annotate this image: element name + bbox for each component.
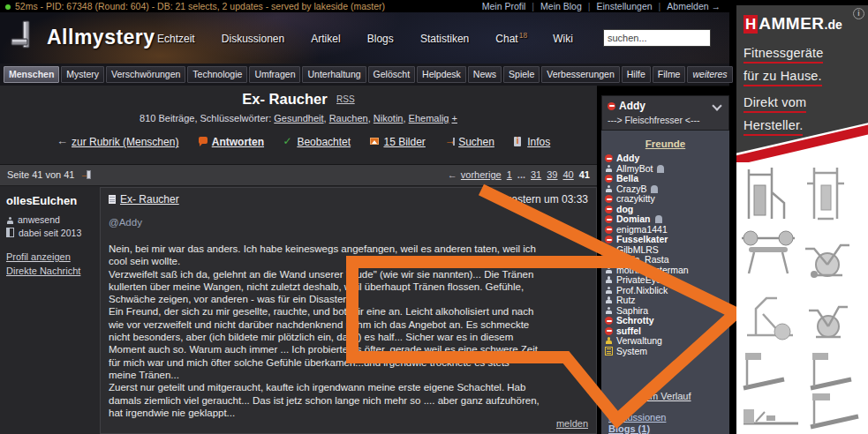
search-input[interactable] <box>603 29 711 47</box>
keyword-link[interactable]: Gesundheit <box>274 113 323 123</box>
category-tab[interactable]: Menschen <box>4 66 59 83</box>
header-nav-link[interactable]: Chat18 <box>495 31 527 45</box>
profile-links: DiskussionenBlogs (1)Entwürfe Beiträge (… <box>608 412 703 434</box>
add-keyword-link[interactable]: + <box>452 113 457 123</box>
action-icon <box>57 137 68 146</box>
friend-name-link[interactable]: suffel <box>616 326 641 336</box>
thread-action-link[interactable]: zur Rubrik (Menschen) <box>57 136 178 148</box>
friend-name-link[interactable]: Prof.Nixblick <box>616 285 668 296</box>
category-tab[interactable]: Filme <box>653 66 686 83</box>
friend-name-link[interactable]: crazykitty <box>616 193 655 204</box>
chat-ghost-icon <box>651 185 658 193</box>
header-nav-link[interactable]: Statistiken <box>420 31 470 45</box>
friend-item[interactable]: System <box>605 347 729 357</box>
header-nav-link[interactable]: Blogs <box>367 31 395 45</box>
category-tab[interactable]: Umfragen <box>249 66 300 83</box>
ad-info-icon[interactable]: i <box>853 8 864 19</box>
keyword-list: GesundheitRauchenNikotinEhemalig <box>274 113 449 123</box>
friend-name-link[interactable]: Verwaltung <box>616 335 662 346</box>
ad-tagline: Hersteller. <box>743 118 803 136</box>
header-nav-link[interactable]: Artikel <box>311 31 341 45</box>
friend-name-link[interactable]: AllmyBot <box>616 163 653 174</box>
account-menu-link[interactable]: Mein Profil <box>482 1 526 11</box>
account-menu-link[interactable]: Abmelden → <box>667 1 721 11</box>
thread-action-link[interactable]: Beobachtet <box>283 136 351 148</box>
category-tab[interactable]: Mystery <box>61 66 104 83</box>
header-nav-link[interactable]: Diskussionen <box>222 31 285 45</box>
site-logo[interactable]: Allmystery <box>9 19 155 55</box>
allmystery-key-icon <box>9 19 41 55</box>
friend-name-link[interactable]: Kevin_Rasta <box>616 254 669 265</box>
keyword-link[interactable]: Rauchen <box>329 113 368 123</box>
friend-name-link[interactable]: Saphira <box>616 305 648 316</box>
author-status: anwesend <box>6 214 96 225</box>
page-number-link[interactable]: ... <box>517 169 525 180</box>
category-tab[interactable]: Verbesserungen <box>541 66 619 83</box>
account-menu-link[interactable]: Einstellungen <box>597 1 653 11</box>
friend-status-icon <box>605 317 613 325</box>
page-number-link[interactable]: 39 <box>547 169 557 180</box>
current-user-name[interactable]: Addy <box>619 100 713 112</box>
thread-action-link[interactable]: Suchen <box>444 136 494 148</box>
jump-to-last-icon[interactable] <box>79 170 91 179</box>
header-nav: Echtzeit Diskussionen Artikel Blogs Stat… <box>157 12 574 64</box>
friend-name-link[interactable]: GilbMLRS <box>616 244 659 255</box>
friends-heading-label[interactable]: Freunde <box>645 138 685 149</box>
friend-name-link[interactable]: dog <box>616 204 633 214</box>
header-nav-link[interactable]: Wiki <box>553 31 574 45</box>
page-number-link[interactable]: 1 <box>507 169 512 180</box>
page-number-link[interactable]: 41 <box>579 169 590 180</box>
thread-action-link[interactable]: Antworten <box>198 136 264 148</box>
friend-status-icon <box>605 236 613 243</box>
page-number-link[interactable]: 31 <box>531 169 541 180</box>
chevron-down-icon[interactable] <box>712 101 721 110</box>
friend-name-link[interactable]: PrivateEye <box>616 274 661 285</box>
category-tab[interactable]: Hilfe <box>622 66 651 83</box>
friend-name-link[interactable]: enigma1441 <box>616 224 668 235</box>
user-dnd-status-icon <box>608 102 615 110</box>
friend-name-link[interactable]: Fusselkater <box>616 234 668 244</box>
current-user-box[interactable]: Addy ---> Fleischfresser <--- <box>601 95 729 131</box>
report-post-link[interactable]: melden <box>556 418 588 429</box>
friend-name-link[interactable]: Schrotty <box>616 315 654 326</box>
category-tab[interactable]: Spiele <box>503 66 540 83</box>
author-username[interactable]: ollesEulchen <box>6 194 77 207</box>
category-tab[interactable]: Gelöscht <box>368 66 415 83</box>
keyword-link[interactable]: Ehemalig <box>409 113 449 123</box>
member-since-icon <box>6 228 14 237</box>
account-menu-link[interactable]: Mein Blog <box>540 1 582 11</box>
category-tab[interactable]: weiteres <box>687 66 732 83</box>
friend-status-icon <box>605 175 613 183</box>
author-profile-link[interactable]: Direkte Nachricht <box>6 264 96 278</box>
friend-status-icon <box>605 307 613 315</box>
friend-name-link[interactable]: CrazyB <box>616 183 646 194</box>
friend-name-link[interactable]: mothmonsterman <box>616 265 689 275</box>
author-profile-link[interactable]: Profil anzeigen <box>6 250 96 264</box>
category-tab[interactable]: Unterhaltung <box>302 66 366 83</box>
keyword-link[interactable]: Nikotin <box>374 113 404 123</box>
header-nav-link[interactable]: Echtzeit <box>157 31 196 45</box>
thread-action-link[interactable]: Infos <box>513 136 550 148</box>
thread-meta-row: 810 Beiträge, Schlüsselwörter: Gesundhei… <box>0 113 597 123</box>
page-number-link[interactable]: 40 <box>563 169 574 180</box>
category-tab[interactable]: Helpdesk <box>417 66 466 83</box>
rss-link[interactable]: RSS <box>336 94 355 104</box>
profile-section-link[interactable]: Diskussionen <box>608 412 703 423</box>
friend-name-link[interactable]: Rutz <box>616 295 636 305</box>
post-title-link[interactable]: Ex- Raucher <box>120 193 179 206</box>
friend-name-link[interactable]: Addy <box>616 153 639 163</box>
post-body-text: Nein, bei mir war das anders. Ich habe k… <box>109 243 589 419</box>
hammer-ad-banner[interactable]: HAMMER.de i Fitnessgeräte für zu Hause. … <box>736 5 868 434</box>
profile-section-link[interactable]: Blogs (1) <box>608 423 703 434</box>
friend-name-link[interactable]: Domian <box>616 213 651 224</box>
friend-status-icon <box>605 165 613 173</box>
previous-page-link[interactable]: vorherige <box>461 169 502 180</box>
mention-link[interactable]: @Addy <box>109 217 142 228</box>
category-tab[interactable]: Technologie <box>187 66 247 83</box>
thread-action-link[interactable]: 15 Bilder <box>369 136 425 148</box>
history-link[interactable]: zum Verlauf <box>639 391 691 401</box>
friend-name-link[interactable]: System <box>616 346 647 356</box>
friend-name-link[interactable]: Bella <box>616 173 638 183</box>
category-tab[interactable]: News <box>468 66 502 83</box>
category-tab[interactable]: Verschwörungen <box>106 66 185 83</box>
